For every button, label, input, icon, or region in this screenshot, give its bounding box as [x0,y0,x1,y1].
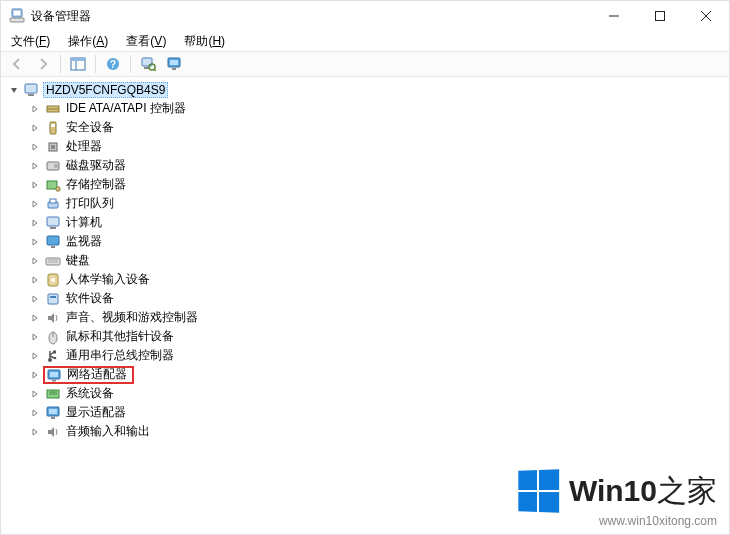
expand-toggle[interactable] [29,217,41,229]
tree-content: HZDV5FCNFGQB4S9 IDE ATA/ATAPI 控制器安全设备处理器… [1,77,729,534]
expand-toggle[interactable] [29,255,41,267]
toolbar-pane-button[interactable] [66,53,90,75]
tree-node[interactable]: 显示适配器 [27,403,729,422]
svg-rect-50 [50,372,58,377]
svg-rect-26 [47,181,57,189]
close-button[interactable] [683,1,729,31]
expand-toggle[interactable] [29,331,41,343]
svg-rect-5 [71,58,85,61]
ide-controller-icon [45,101,61,117]
tree-node[interactable]: 人体学输入设备 [27,270,729,289]
toolbar-monitor-button[interactable] [162,53,186,75]
svg-rect-23 [51,145,55,149]
network-icon [46,367,62,383]
expand-toggle[interactable] [29,274,41,286]
svg-rect-32 [47,236,59,245]
back-icon [10,57,24,71]
expand-toggle[interactable] [29,350,41,362]
menubar: 文件(F) 操作(A) 查看(V) 帮助(H) [1,31,729,51]
tree-node[interactable]: 处理器 [27,137,729,156]
tree-node[interactable]: 鼠标和其他指针设备 [27,327,729,346]
tree-node-label: 磁盘驱动器 [65,157,127,174]
tree-node-label: 通用串行总线控制器 [65,347,175,364]
tree-node[interactable]: 软件设备 [27,289,729,308]
menu-view[interactable]: 查看(V) [122,32,170,51]
expand-toggle[interactable] [29,407,41,419]
toolbar-separator [95,55,96,73]
maximize-button[interactable] [637,1,683,31]
expand-toggle[interactable] [29,198,41,210]
svg-rect-30 [47,217,59,226]
tree-node-label: 声音、视频和游戏控制器 [65,309,199,326]
tree-node[interactable]: 打印队列 [27,194,729,213]
expand-toggle[interactable] [29,426,41,438]
tree-node[interactable]: 系统设备 [27,384,729,403]
expand-toggle[interactable] [29,312,41,324]
expand-toggle[interactable] [29,293,41,305]
tree-node[interactable]: IDE ATA/ATAPI 控制器 [27,99,729,118]
svg-rect-40 [50,296,56,298]
tree-root-row[interactable]: HZDV5FCNFGQB4S9 [7,81,729,99]
svg-rect-14 [170,60,178,65]
svg-rect-39 [48,294,58,304]
tree-node-label: 安全设备 [65,119,115,136]
software-device-icon [45,291,61,307]
expand-toggle[interactable] [29,141,41,153]
mouse-icon [45,329,61,345]
toolbar-separator [60,55,61,73]
tree-node-label: 网络适配器 [66,366,128,383]
tree-node[interactable]: 通用串行总线控制器 [27,346,729,365]
tree-node-label: 人体学输入设备 [65,271,151,288]
tree-node[interactable]: 网络适配器 [27,365,729,384]
tree-node-label: IDE ATA/ATAPI 控制器 [65,100,187,117]
tree-node-label: 显示适配器 [65,404,127,421]
expand-toggle[interactable] [29,369,41,381]
svg-rect-20 [50,122,56,134]
svg-rect-3 [656,12,665,21]
expand-toggle[interactable] [29,103,41,115]
app-icon [9,8,25,24]
expand-toggle[interactable] [9,85,19,95]
tree-node[interactable]: 安全设备 [27,118,729,137]
window-title: 设备管理器 [31,8,91,25]
toolbar-back-button[interactable] [5,53,29,75]
toolbar-help-button[interactable]: ? [101,53,125,75]
menu-file[interactable]: 文件(F) [7,32,54,51]
watermark: Win10之家 www.win10xitong.com [517,470,717,528]
toolbar-scan-button[interactable] [136,53,160,75]
expand-toggle[interactable] [29,179,41,191]
minimize-button[interactable] [591,1,637,31]
svg-rect-57 [51,417,55,419]
windows-logo-icon [518,469,559,513]
tree-node[interactable]: 计算机 [27,213,729,232]
tree-node[interactable]: 磁盘驱动器 [27,156,729,175]
menu-action[interactable]: 操作(A) [64,32,112,51]
tree-node[interactable]: 声音、视频和游戏控制器 [27,308,729,327]
toolbar-forward-button[interactable] [31,53,55,75]
tree-node-label: 打印队列 [65,195,115,212]
tree-node[interactable]: 键盘 [27,251,729,270]
tree-node[interactable]: 监视器 [27,232,729,251]
svg-rect-31 [50,227,56,229]
computer-root-icon [23,82,39,98]
help-icon: ? [106,57,120,71]
expand-toggle[interactable] [29,122,41,134]
display-icon [45,405,61,421]
expand-toggle[interactable] [29,236,41,248]
expand-toggle[interactable] [29,388,41,400]
svg-rect-33 [51,246,55,248]
tree-node[interactable]: 音频输入和输出 [27,422,729,441]
storage-controller-icon [45,177,61,193]
menu-help[interactable]: 帮助(H) [180,32,229,51]
svg-line-12 [154,69,156,71]
window-controls [591,1,729,31]
tree-node-label: 处理器 [65,138,103,155]
security-device-icon [45,120,61,136]
tree-node[interactable]: 存储控制器 [27,175,729,194]
tree-node-label: 音频输入和输出 [65,423,151,440]
forward-icon [36,57,50,71]
expand-toggle[interactable] [29,160,41,172]
svg-rect-1 [14,11,20,15]
usb-icon [45,348,61,364]
tree-node-label: 监视器 [65,233,103,250]
